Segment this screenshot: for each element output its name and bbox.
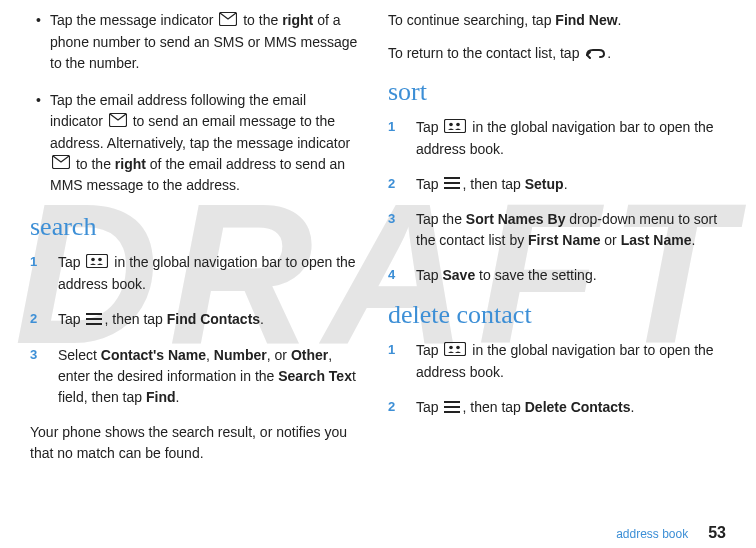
bullet-item: •Tap the message indicator to the right … xyxy=(30,10,358,74)
bold-text: Find xyxy=(146,389,176,405)
bold-text: Save xyxy=(442,267,475,283)
svg-rect-8 xyxy=(86,323,102,325)
svg-rect-15 xyxy=(445,343,466,356)
bullet-item: •Tap the email address following the ema… xyxy=(30,90,358,197)
step-text: Tap in the global navigation bar to open… xyxy=(416,340,726,383)
bold-text: Search Tex xyxy=(278,368,352,384)
info-paragraph: To continue searching, tap Find New. xyxy=(388,10,726,31)
svg-point-4 xyxy=(92,258,96,262)
info-paragraph: To return to the contact list, tap . xyxy=(388,43,726,65)
step-item: 1Tap in the global navigation bar to ope… xyxy=(30,252,358,295)
svg-point-10 xyxy=(450,122,454,126)
bold-text: right xyxy=(282,12,313,28)
svg-rect-7 xyxy=(86,318,102,320)
right-column: To continue searching, tap Find New.To r… xyxy=(378,10,726,510)
bold-text: Number xyxy=(214,347,267,363)
svg-rect-20 xyxy=(444,411,460,413)
bullet-dot: • xyxy=(30,90,50,197)
svg-point-16 xyxy=(450,346,454,350)
svg-rect-18 xyxy=(444,401,460,403)
page-content: •Tap the message indicator to the right … xyxy=(0,0,756,510)
bullet-dot: • xyxy=(30,10,50,74)
envelope-icon xyxy=(219,11,237,32)
step-item: 2Tap , then tap Delete Contacts. xyxy=(388,397,726,419)
bold-text: Last Name xyxy=(621,232,692,248)
step-item: 3Tap the Sort Names By drop-down menu to… xyxy=(388,209,726,251)
step-number: 2 xyxy=(30,309,58,331)
page-footer: address book 53 xyxy=(616,524,726,542)
step-item: 1Tap in the global navigation bar to ope… xyxy=(388,340,726,383)
step-number: 1 xyxy=(30,252,58,295)
envelope-icon xyxy=(52,154,70,175)
menu-icon xyxy=(444,174,460,195)
bullet-text: Tap the message indicator to the right o… xyxy=(50,10,358,74)
step-text: Tap in the global navigation bar to open… xyxy=(416,117,726,160)
step-text: Tap , then tap Delete Contacts. xyxy=(416,397,726,419)
step-text: Tap in the global navigation bar to open… xyxy=(58,252,358,295)
svg-point-17 xyxy=(457,346,461,350)
step-number: 3 xyxy=(30,345,58,408)
bold-text: Sort Names By xyxy=(466,211,566,227)
bold-text: First Name xyxy=(528,232,600,248)
svg-rect-14 xyxy=(444,187,460,189)
bold-text: Other xyxy=(291,347,328,363)
step-number: 1 xyxy=(388,340,416,383)
svg-rect-9 xyxy=(445,119,466,132)
bold-text: Find Contacts xyxy=(167,311,260,327)
step-text: Tap , then tap Find Contacts. xyxy=(58,309,358,331)
contacts-icon xyxy=(444,341,466,362)
svg-point-11 xyxy=(457,122,461,126)
contacts-icon xyxy=(444,118,466,139)
bullet-text: Tap the email address following the emai… xyxy=(50,90,358,197)
step-item: 4Tap Save to save the setting. xyxy=(388,265,726,286)
step-number: 2 xyxy=(388,174,416,196)
step-text: Tap Save to save the setting. xyxy=(416,265,726,286)
svg-rect-3 xyxy=(87,255,108,268)
step-text: Select Contact's Name, Number, or Other,… xyxy=(58,345,358,408)
step-number: 1 xyxy=(388,117,416,160)
section-heading-delete-contact: delete contact xyxy=(388,300,726,330)
bold-text: Delete Contacts xyxy=(525,399,631,415)
svg-rect-13 xyxy=(444,182,460,184)
svg-rect-12 xyxy=(444,177,460,179)
step-number: 3 xyxy=(388,209,416,251)
step-number: 2 xyxy=(388,397,416,419)
step-text: Tap , then tap Setup. xyxy=(416,174,726,196)
section-heading-sort: sort xyxy=(388,77,726,107)
step-item: 1Tap in the global navigation bar to ope… xyxy=(388,117,726,160)
bold-text: Contact's Name xyxy=(101,347,206,363)
left-column: •Tap the message indicator to the right … xyxy=(30,10,378,510)
bold-text: right xyxy=(115,156,146,172)
step-text: Tap the Sort Names By drop-down menu to … xyxy=(416,209,726,251)
footer-section-label: address book xyxy=(616,527,688,541)
back-icon xyxy=(585,44,605,65)
envelope-icon xyxy=(109,112,127,133)
menu-icon xyxy=(444,398,460,419)
bold-text: Find New xyxy=(555,12,617,28)
svg-rect-6 xyxy=(86,313,102,315)
footer-page-number: 53 xyxy=(708,524,726,542)
result-paragraph: Your phone shows the search result, or n… xyxy=(30,422,358,464)
step-item: 2Tap , then tap Setup. xyxy=(388,174,726,196)
menu-icon xyxy=(86,310,102,331)
step-number: 4 xyxy=(388,265,416,286)
section-heading-search: search xyxy=(30,212,358,242)
bold-text: Setup xyxy=(525,176,564,192)
svg-rect-19 xyxy=(444,406,460,408)
contacts-icon xyxy=(86,253,108,274)
step-item: 2Tap , then tap Find Contacts. xyxy=(30,309,358,331)
step-item: 3Select Contact's Name, Number, or Other… xyxy=(30,345,358,408)
svg-point-5 xyxy=(99,258,103,262)
